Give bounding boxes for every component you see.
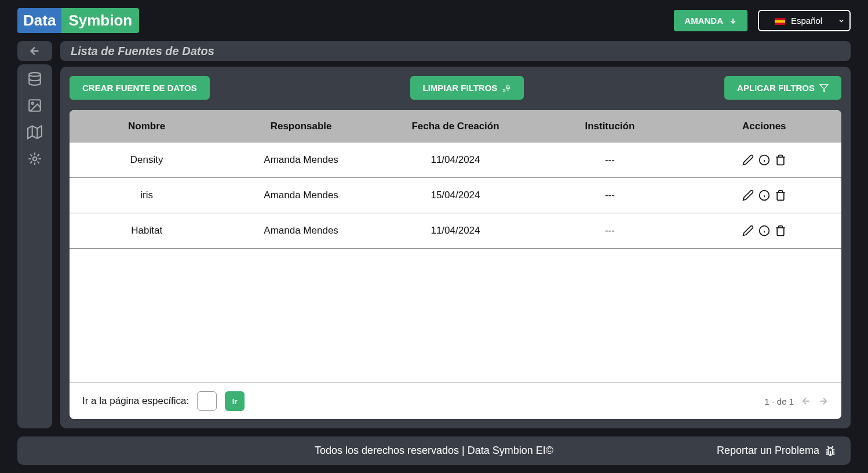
delete-button[interactable] xyxy=(775,225,786,237)
edit-button[interactable] xyxy=(742,154,754,166)
user-name-label: AMANDA xyxy=(684,16,723,26)
arrow-left-icon xyxy=(28,45,41,57)
cell-acciones xyxy=(687,190,841,201)
bug-icon xyxy=(824,445,837,457)
sidebar-nav xyxy=(17,64,52,428)
logo-word-right: Symbion xyxy=(61,8,139,33)
back-button[interactable] xyxy=(17,41,52,61)
table-header-row: Nombre Responsable Fecha de Creación Ins… xyxy=(70,110,841,143)
cell-acciones xyxy=(687,225,841,237)
language-label: Español xyxy=(791,16,822,26)
logo-word-left: Data xyxy=(17,8,61,33)
delete-button[interactable] xyxy=(775,190,786,201)
user-menu-button[interactable]: AMANDA xyxy=(674,10,747,31)
page-title: Lista de Fuentes de Datos xyxy=(71,45,214,58)
pencil-icon xyxy=(742,190,754,201)
create-datasource-button[interactable]: CREAR FUENTE DE DATOS xyxy=(70,76,210,100)
cell-institucion: --- xyxy=(533,225,687,237)
cell-nombre: iris xyxy=(70,190,224,201)
sidebar-item-database[interactable] xyxy=(27,71,42,86)
delete-button[interactable] xyxy=(775,154,786,166)
info-icon xyxy=(758,225,770,237)
go-page-button[interactable]: Ir xyxy=(225,391,245,411)
next-page-button[interactable] xyxy=(818,396,829,406)
language-select[interactable]: Español xyxy=(758,10,851,31)
arrow-right-icon xyxy=(818,396,829,406)
sidebar-item-image[interactable] xyxy=(27,98,42,113)
brain-circuit-icon xyxy=(27,151,42,166)
page-number-input[interactable] xyxy=(197,391,217,411)
cell-responsable: Amanda Mendes xyxy=(224,190,378,201)
col-header-institucion: Institución xyxy=(533,121,687,132)
col-header-responsable: Responsable xyxy=(224,121,378,132)
cell-nombre: Habitat xyxy=(70,225,224,237)
edit-button[interactable] xyxy=(742,190,754,201)
arrow-left-icon xyxy=(801,396,811,406)
info-icon xyxy=(758,154,770,166)
cell-acciones xyxy=(687,154,841,166)
trash-icon xyxy=(775,154,786,166)
cell-institucion: --- xyxy=(533,190,687,201)
database-icon xyxy=(27,71,42,86)
svg-point-0 xyxy=(29,72,41,77)
table-row: Density Amanda Mendes 11/04/2024 --- xyxy=(70,143,841,178)
cell-institucion: --- xyxy=(533,154,687,166)
table-row: Habitat Amanda Mendes 11/04/2024 --- xyxy=(70,213,841,249)
trash-icon xyxy=(775,190,786,201)
svg-marker-7 xyxy=(820,85,827,92)
page-info: 1 - de 1 xyxy=(764,396,794,406)
footer-copyright: Todos los derechos reservados | Data Sym… xyxy=(315,445,553,457)
report-problem-button[interactable]: Reportar un Problema xyxy=(717,445,837,457)
info-button[interactable] xyxy=(758,154,770,166)
cell-fecha: 11/04/2024 xyxy=(378,154,533,166)
svg-point-6 xyxy=(33,157,37,161)
image-icon xyxy=(27,98,42,113)
info-icon xyxy=(758,190,770,201)
page-footer: Todos los derechos reservados | Data Sym… xyxy=(17,436,851,465)
info-button[interactable] xyxy=(758,190,770,201)
table-row: iris Amanda Mendes 15/04/2024 --- xyxy=(70,178,841,213)
spain-flag-icon xyxy=(775,18,785,25)
prev-page-button[interactable] xyxy=(801,396,811,406)
clear-filter-icon xyxy=(502,83,511,93)
col-header-fecha: Fecha de Creación xyxy=(378,121,533,132)
svg-marker-3 xyxy=(28,126,42,139)
pencil-icon xyxy=(742,154,754,166)
report-label: Reportar un Problema xyxy=(717,445,819,457)
goto-page-label: Ir a la página específica: xyxy=(82,395,189,407)
cell-responsable: Amanda Mendes xyxy=(224,225,378,237)
chevron-down-icon xyxy=(729,17,737,25)
clear-filters-button[interactable]: LIMPIAR FILTROS xyxy=(410,76,524,100)
sidebar-item-brain[interactable] xyxy=(27,151,42,166)
page-title-bar: Lista de Fuentes de Datos xyxy=(60,41,851,61)
app-logo[interactable]: Data Symbion xyxy=(17,8,139,33)
info-button[interactable] xyxy=(758,225,770,237)
sidebar-item-map[interactable] xyxy=(27,125,42,140)
edit-button[interactable] xyxy=(742,225,754,237)
apply-filters-button[interactable]: APLICAR FILTROS xyxy=(724,76,841,100)
svg-point-2 xyxy=(32,103,34,104)
trash-icon xyxy=(775,225,786,237)
cell-nombre: Density xyxy=(70,154,224,166)
col-header-nombre: Nombre xyxy=(70,121,224,132)
map-icon xyxy=(27,125,42,140)
filter-icon xyxy=(819,83,829,93)
col-header-acciones: Acciones xyxy=(687,121,841,132)
cell-responsable: Amanda Mendes xyxy=(224,154,378,166)
cell-fecha: 11/04/2024 xyxy=(378,225,533,237)
cell-fecha: 15/04/2024 xyxy=(378,190,533,201)
pencil-icon xyxy=(742,225,754,237)
